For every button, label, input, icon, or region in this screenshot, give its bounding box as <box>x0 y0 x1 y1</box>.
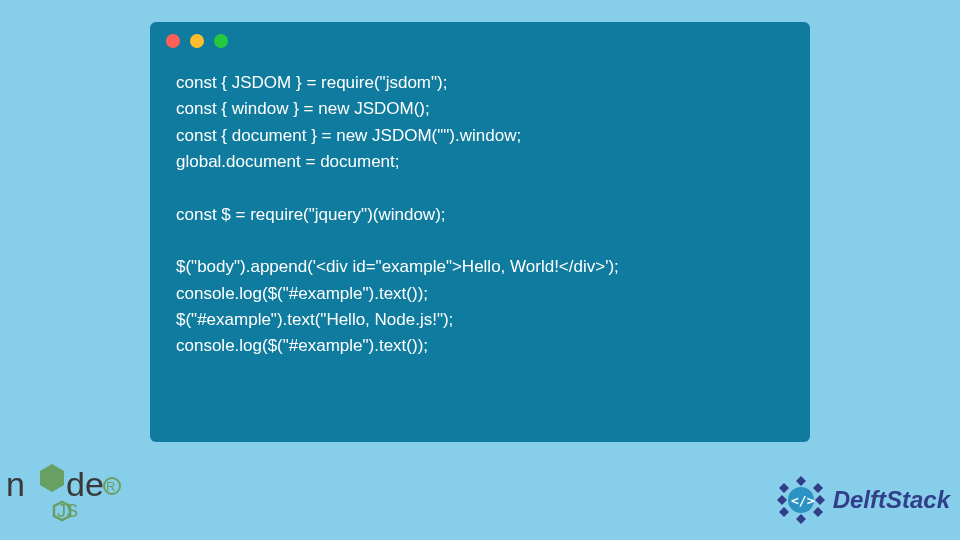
svg-text:n: n <box>6 465 25 503</box>
nodejs-icon: n de R JS <box>6 458 131 530</box>
code-content: const { JSDOM } = require("jsdom"); cons… <box>150 60 810 370</box>
code-window: const { JSDOM } = require("jsdom"); cons… <box>150 22 810 442</box>
window-controls <box>150 22 810 60</box>
code-line: const { window } = new JSDOM(); <box>176 99 430 118</box>
svg-text:JS: JS <box>57 501 78 521</box>
maximize-icon <box>214 34 228 48</box>
code-line: const $ = require("jquery")(window); <box>176 205 446 224</box>
svg-text:R: R <box>106 479 115 494</box>
minimize-icon <box>190 34 204 48</box>
close-icon <box>166 34 180 48</box>
code-line: console.log($("#example").text()); <box>176 336 428 355</box>
code-line: global.document = document; <box>176 152 400 171</box>
code-line: const { document } = new JSDOM("").windo… <box>176 126 521 145</box>
delftstack-badge-icon: </> <box>773 472 829 528</box>
code-line: console.log($("#example").text()); <box>176 284 428 303</box>
delftstack-label: DelftStack <box>833 486 950 514</box>
code-line: $("body").append('<div id="example">Hell… <box>176 257 619 276</box>
delftstack-logo: </> DelftStack <box>773 472 950 528</box>
svg-text:de: de <box>66 465 104 503</box>
nodejs-logo: n de R JS <box>6 458 131 530</box>
code-line: $("#example").text("Hello, Node.js!"); <box>176 310 453 329</box>
code-line: const { JSDOM } = require("jsdom"); <box>176 73 447 92</box>
svg-text:</>: </> <box>791 493 815 508</box>
